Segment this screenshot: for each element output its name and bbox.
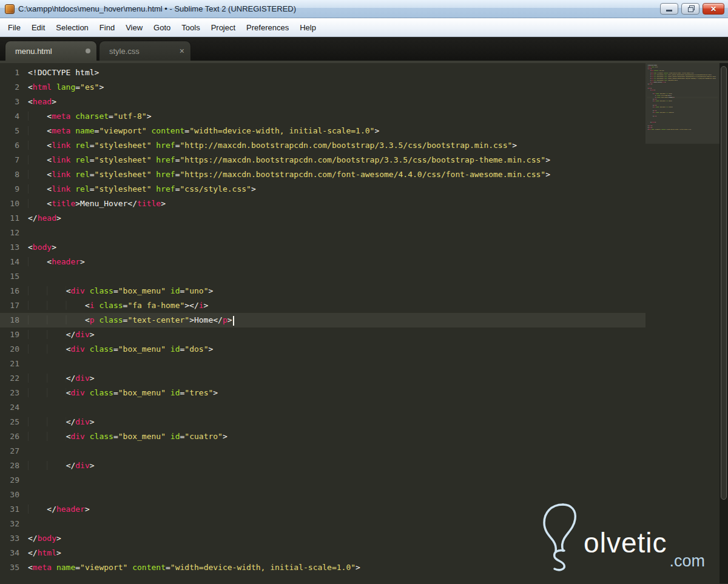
line-content: <link rel="stylesheet" href="https://max… (19, 167, 550, 182)
menu-item-find[interactable]: Find (94, 20, 120, 35)
line-content (19, 488, 28, 502)
code-line-12[interactable]: 12 (0, 226, 645, 240)
tab-menu-html[interactable]: menu.html (5, 41, 97, 61)
line-number: 2 (0, 80, 19, 95)
restore-button[interactable] (681, 3, 699, 15)
code-line-17[interactable]: 17 <i class="fa fa-home"></i> (0, 298, 645, 313)
code-line-9[interactable]: 9 <link rel="stylesheet" href="css/style… (0, 182, 645, 196)
line-content (19, 473, 28, 488)
line-number: 12 (0, 226, 19, 240)
line-number: 34 (0, 546, 19, 560)
window-controls: ✕ (660, 3, 724, 15)
line-content: <meta name="viewport" content="width=dev… (19, 124, 379, 138)
line-number: 3 (0, 95, 19, 109)
code-line-21[interactable]: 21 (0, 357, 645, 371)
line-content: <p class="text-center">Home</p> (19, 313, 234, 327)
code-line-8[interactable]: 8 <link rel="stylesheet" href="https://m… (0, 167, 645, 182)
menu-item-selection[interactable]: Selection (50, 20, 93, 35)
line-content (19, 269, 28, 284)
vertical-scrollbar[interactable] (720, 63, 728, 583)
menu-item-edit[interactable]: Edit (26, 20, 50, 35)
tab-style-css[interactable]: style.css× (99, 41, 191, 61)
code-line-7[interactable]: 7 <link rel="stylesheet" href="https://m… (0, 153, 645, 167)
menu-bar: FileEditSelectionFindViewGotoToolsProjec… (0, 18, 728, 37)
menu-item-tools[interactable]: Tools (176, 20, 205, 35)
code-line-19[interactable]: 19 </div> (0, 327, 645, 342)
close-button[interactable]: ✕ (703, 3, 724, 15)
solvetic-watermark: olvetic .com (540, 501, 705, 572)
scrollbar-thumb[interactable] (721, 66, 727, 500)
line-content: <div class="box_menu" id="dos"> (647, 100, 672, 102)
line-number: 13 (0, 240, 19, 255)
menu-item-view[interactable]: View (120, 20, 148, 35)
line-content: <div class="box_menu" id="tres"> (19, 386, 218, 400)
modified-dot-icon (86, 49, 90, 53)
editor-main: 1<!DOCTYPE html>2<html lang="es">3<head>… (0, 63, 728, 583)
code-line-22[interactable]: 22 </div> (0, 371, 645, 386)
line-content: </div> (19, 458, 95, 473)
line-content: <meta charset="utf-8"> (19, 109, 152, 124)
close-tab-icon[interactable]: × (180, 47, 184, 55)
tab-label: style.css (109, 47, 140, 56)
line-number: 16 (0, 284, 19, 298)
menu-item-help[interactable]: Help (294, 20, 322, 35)
line-number: 27 (0, 444, 19, 458)
menu-item-preferences[interactable]: Preferences (241, 20, 294, 35)
code-line-5[interactable]: 5 <meta name="viewport" content="width=d… (0, 124, 645, 138)
code-line-27[interactable]: 27 (0, 444, 645, 458)
line-content: <i class="fa fa-home"></i> (19, 298, 208, 313)
code-line-3[interactable]: 3<head> (0, 95, 645, 109)
watermark-text: olvetic (584, 526, 667, 559)
code-line-26[interactable]: 26 <div class="box_menu" id="cuatro"> (0, 429, 645, 444)
code-line-25[interactable]: 25 </div> (0, 415, 645, 429)
code-line-23[interactable]: 23 <div class="box_menu" id="tres"> (0, 386, 645, 400)
line-content: <link rel="stylesheet" href="http://maxc… (19, 138, 517, 153)
line-number: 7 (0, 153, 19, 167)
code-line-2[interactable]: 2<html lang="es"> (0, 80, 645, 95)
menu-item-file[interactable]: File (2, 20, 26, 35)
line-number: 28 (0, 458, 19, 473)
code-line-14[interactable]: 14 <header> (0, 255, 645, 269)
code-line-15[interactable]: 15 (0, 269, 645, 284)
code-line-28[interactable]: 28 </div> (0, 458, 645, 473)
line-content: <header> (19, 255, 85, 269)
minimize-button[interactable] (660, 3, 678, 15)
line-number: 30 (0, 488, 19, 502)
code-line-1[interactable]: 1<!DOCTYPE html> (0, 65, 645, 80)
code-line-35: <meta name="viewport" content="width=dev… (647, 129, 718, 130)
tab-bar: menu.htmlstyle.css× (0, 37, 728, 63)
code-line-13[interactable]: 13<body> (0, 240, 645, 255)
line-content: <meta name="viewport" content="width=dev… (647, 129, 691, 130)
line-number: 18 (0, 313, 19, 327)
restore-icon (688, 7, 693, 12)
code-line-11[interactable]: 11</head> (0, 211, 645, 226)
line-content: <html lang="es"> (19, 80, 104, 95)
menu-item-goto[interactable]: Goto (148, 20, 176, 35)
code-line-20[interactable]: 20 <div class="box_menu" id="dos"> (0, 342, 645, 357)
code-line-10[interactable]: 10 <title>Menu_Hover</title> (0, 196, 645, 211)
code-line-4[interactable]: 4 <meta charset="utf-8"> (0, 109, 645, 124)
line-content (19, 357, 28, 371)
code-line-29[interactable]: 29 (0, 473, 645, 488)
line-number: 25 (0, 415, 19, 429)
line-number: 10 (0, 196, 19, 211)
code-line-18[interactable]: 18 <p class="text-center">Home</p> (0, 313, 645, 327)
window-title: C:\xampp\htdocs\menu_hover\menu.html • -… (18, 4, 296, 13)
line-number: 17 (0, 298, 19, 313)
code-line-6[interactable]: 6 <link rel="stylesheet" href="http://ma… (0, 138, 645, 153)
code-line-24[interactable]: 24 (0, 400, 645, 415)
code-line-16[interactable]: 16 <div class="box_menu" id="uno"> (0, 284, 645, 298)
code-line-30[interactable]: 30 (0, 488, 645, 502)
line-content: </div> (19, 371, 95, 386)
line-number: 33 (0, 531, 19, 546)
sublime-text-window: C:\xampp\htdocs\menu_hover\menu.html • -… (0, 0, 728, 584)
line-number: 35 (0, 560, 19, 575)
line-number: 32 (0, 517, 19, 531)
menu-item-project[interactable]: Project (206, 20, 241, 35)
line-number: 5 (0, 124, 19, 138)
lightbulb-logo-icon (540, 501, 584, 572)
text-cursor (233, 316, 234, 326)
line-number: 20 (0, 342, 19, 357)
tab-label: menu.html (15, 47, 52, 56)
sublime-text-app-icon (5, 4, 15, 14)
